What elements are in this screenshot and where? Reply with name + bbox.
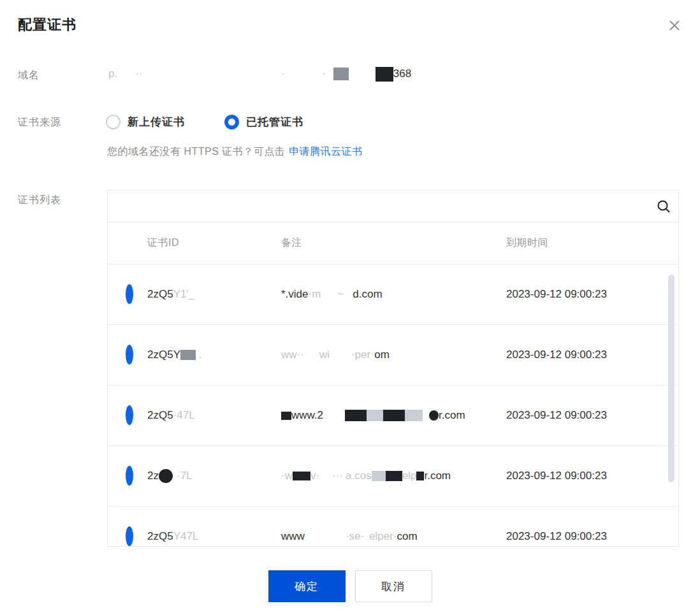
redacted-block <box>372 471 386 481</box>
redacted-block <box>333 68 349 80</box>
text-fragment: d.com <box>353 288 382 301</box>
page-title: 配置证书 <box>18 15 77 34</box>
redacted-text: . <box>196 349 201 361</box>
table-row[interactable]: 2zQ5Y1'_*.vide·m~d.com2023-09-12 09:00:2… <box>108 264 678 325</box>
redacted-text: ww·· <box>281 349 304 361</box>
row-radio-cell <box>108 530 147 543</box>
redacted-text: ·m <box>309 288 321 301</box>
redacted-block <box>180 350 196 360</box>
gap <box>364 537 369 537</box>
gap <box>304 355 319 356</box>
redacted-block <box>416 472 424 480</box>
text-fragment: www.2 <box>291 409 323 422</box>
search-icon[interactable] <box>649 191 678 222</box>
row-radio-cell <box>108 349 147 361</box>
redacted-block <box>386 471 402 481</box>
gap <box>344 294 353 295</box>
apply-tencent-cert-link[interactable]: 申请腾讯云证书 <box>289 145 363 159</box>
redacted-text: a.cos <box>346 470 372 482</box>
radio-hosted-cert[interactable]: 已托管证书 <box>224 115 303 129</box>
table-row[interactable]: 2zQ5Y47Lwww·se·elper·com2023-09-12 09:00… <box>108 507 678 547</box>
gap <box>330 355 351 356</box>
redacted-text: ·per <box>351 349 370 361</box>
table-row[interactable]: 2z·7L·wv····a.coselpr.com2023-09-12 09:0… <box>108 446 678 507</box>
redacted-text: ··· <box>332 470 343 482</box>
gap <box>143 74 282 75</box>
expire-time-cell: 2023-09-12 09:00:23 <box>506 470 678 482</box>
redacted-text: wi <box>319 349 330 361</box>
confirm-button[interactable]: 确定 <box>268 570 346 602</box>
search-input[interactable] <box>108 191 649 222</box>
text-fragment: *.vide <box>281 288 309 301</box>
gap <box>117 74 135 75</box>
radio-label: 新上传证书 <box>128 115 185 129</box>
cancel-button[interactable]: 取消 <box>355 570 432 602</box>
redacted-text: Y1'_ <box>173 288 195 301</box>
redacted-block <box>405 410 423 421</box>
cert-source-radio-group: 新上传证书 已托管证书 <box>106 113 303 131</box>
cert-list-panel: 证书ID 备注 到期时间 2zQ5Y1'_*.vide·m~d.com2023-… <box>107 190 679 547</box>
redacted-text: ·w <box>281 470 293 482</box>
radio-selected-icon[interactable] <box>224 115 239 129</box>
close-icon[interactable] <box>666 17 683 34</box>
cert-id-cell: 2zQ5Y . <box>147 349 281 361</box>
text-fragment: www <box>281 530 305 543</box>
row-radio-selected-icon[interactable] <box>126 345 133 364</box>
remark-cell: *.vide·m~d.com <box>281 288 506 301</box>
cert-source-label: 证书来源 <box>18 116 61 129</box>
radio-unselected-icon[interactable] <box>106 115 120 129</box>
remark-cell: www.2r.com <box>281 409 506 422</box>
redacted-text: · <box>282 68 286 80</box>
redacted-text: ·· <box>135 68 142 80</box>
row-radio-selected-icon[interactable] <box>126 526 133 546</box>
redacted-text: Y47L <box>173 530 199 543</box>
cert-id-cell: 2zQ5Y47L <box>147 530 281 543</box>
row-radio-selected-icon[interactable] <box>126 284 133 304</box>
row-radio-selected-icon[interactable] <box>126 466 133 486</box>
scrollbar-thumb[interactable] <box>668 275 674 482</box>
row-radio-cell <box>108 409 147 422</box>
redacted-block <box>293 472 310 480</box>
row-radio-cell <box>108 470 147 482</box>
redacted-text: ·se· <box>346 530 364 543</box>
text-fragment: r.com <box>424 470 451 482</box>
redacted-block <box>376 67 393 82</box>
gap <box>285 74 322 75</box>
redacted-text: ·7L <box>177 470 193 482</box>
cert-id-cell: 2zQ5Y1'_ <box>147 288 281 301</box>
expire-time-cell: 2023-09-12 09:00:23 <box>506 288 678 301</box>
redacted-text: elper· <box>369 530 397 543</box>
text-fragment: 368 <box>393 68 411 80</box>
text-fragment: 2zQ5Y <box>147 349 180 361</box>
text-fragment: 2zQ5 <box>147 530 173 543</box>
text-fragment: com <box>397 530 418 543</box>
redacted-block <box>345 410 367 421</box>
gap <box>326 74 333 75</box>
radio-label: 已托管证书 <box>246 115 303 129</box>
redacted-block <box>159 469 173 483</box>
gap <box>305 537 346 537</box>
domain-value: p.····368 <box>108 64 411 84</box>
redacted-text: ·47L <box>173 409 195 422</box>
redacted-text: ~ <box>337 288 344 301</box>
row-radio-selected-icon[interactable] <box>126 405 133 425</box>
table-header-row: 证书ID 备注 到期时间 <box>108 222 678 264</box>
text-fragment: om <box>374 349 390 361</box>
redacted-text: · <box>322 68 326 80</box>
column-header-expire-time: 到期时间 <box>506 236 678 250</box>
remark-cell: ww··wi·perom <box>281 349 506 361</box>
column-header-remark: 备注 <box>281 236 506 250</box>
redacted-text: elp <box>402 470 417 482</box>
table-row[interactable]: 2zQ5·47Lwww.2r.com2023-09-12 09:00:23 <box>108 386 678 446</box>
cert-search-bar <box>108 191 678 222</box>
gap <box>349 74 376 75</box>
cert-id-cell: 2z·7L <box>147 469 281 483</box>
expire-time-cell: 2023-09-12 09:00:23 <box>506 409 678 422</box>
row-radio-cell <box>108 288 147 301</box>
radio-new-upload-cert[interactable]: 新上传证书 <box>106 115 185 129</box>
domain-label: 域名 <box>18 69 40 82</box>
column-header-cert-id: 证书ID <box>147 236 281 250</box>
table-row[interactable]: 2zQ5Y .ww··wi·perom2023-09-12 09:00:23 <box>108 325 678 386</box>
cert-id-cell: 2zQ5·47L <box>147 409 281 422</box>
text-fragment: 2zQ5 <box>147 288 173 301</box>
